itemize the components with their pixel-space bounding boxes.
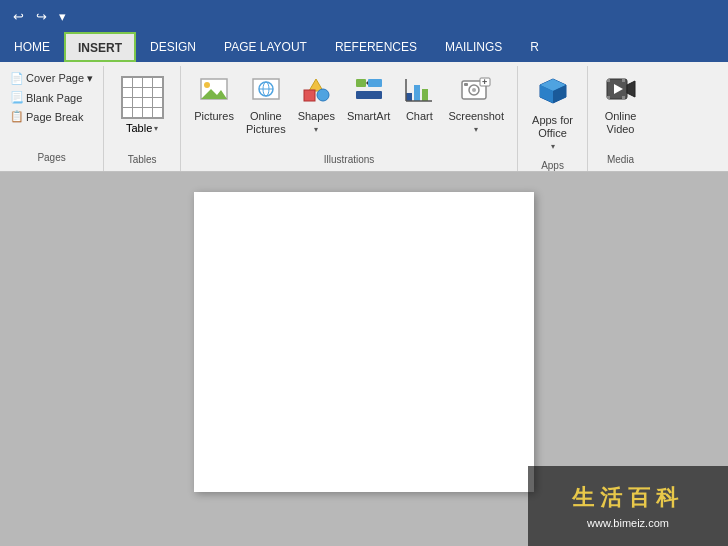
cover-page-button[interactable]: 📄 Cover Page ▾	[6, 70, 97, 87]
screenshot-button[interactable]: + Screenshot ▾	[443, 72, 509, 137]
pictures-label: Pictures	[194, 110, 234, 123]
ribbon-body: 📄 Cover Page ▾ 📃 Blank Page 📋 Page Break…	[0, 62, 728, 172]
screenshot-icon: +	[460, 75, 492, 108]
screenshot-label: Screenshot	[448, 110, 504, 123]
chart-button[interactable]: Chart	[397, 72, 441, 126]
table-button[interactable]: Table ▾	[112, 72, 172, 138]
tables-group: Table ▾ Tables	[104, 66, 181, 171]
illustrations-group-label: Illustrations	[187, 152, 511, 169]
smartart-label: SmartArt	[347, 110, 390, 123]
svg-rect-22	[464, 83, 468, 86]
undo-button[interactable]: ↩	[8, 7, 29, 26]
media-group: OnlineVideo Media	[588, 66, 653, 171]
watermark-text: 生活百科	[572, 483, 684, 513]
online-pictures-label: OnlinePictures	[246, 110, 286, 136]
apps-group-content: Apps forOffice ▾	[524, 68, 581, 158]
svg-rect-16	[422, 89, 428, 101]
media-group-label: Media	[594, 152, 647, 169]
pages-group-label: Pages	[6, 150, 97, 167]
svg-rect-32	[607, 79, 610, 82]
quick-access-toolbar: ↩ ↪ ▾	[0, 0, 728, 32]
blank-page-button[interactable]: 📃 Blank Page	[6, 89, 97, 106]
tables-group-content: Table ▾	[110, 68, 174, 152]
apps-for-office-label: Apps forOffice	[532, 114, 573, 140]
document-area: 生活百科 www.bimeiz.com	[0, 172, 728, 546]
screenshot-dropdown-arrow: ▾	[474, 125, 478, 134]
illustrations-group: Pictures OnlinePictures	[181, 66, 518, 171]
svg-rect-33	[607, 96, 610, 99]
svg-rect-14	[406, 93, 412, 101]
apps-for-office-button[interactable]: Apps forOffice ▾	[527, 72, 578, 154]
chart-label: Chart	[406, 110, 433, 123]
svg-marker-30	[627, 81, 635, 97]
illustrations-group-content: Pictures OnlinePictures	[187, 68, 511, 152]
customize-quick-access-button[interactable]: ▾	[54, 7, 71, 26]
apps-for-office-dropdown: ▾	[551, 142, 555, 151]
svg-point-21	[472, 88, 476, 92]
svg-point-9	[317, 89, 329, 101]
online-pictures-icon	[251, 75, 281, 108]
shapes-label: Shapes	[298, 110, 335, 123]
svg-rect-12	[356, 91, 382, 99]
shapes-dropdown-arrow: ▾	[314, 125, 318, 134]
tab-insert[interactable]: INSERT	[64, 32, 136, 62]
pages-group: 📄 Cover Page ▾ 📃 Blank Page 📋 Page Break…	[0, 66, 104, 171]
svg-rect-35	[622, 96, 625, 99]
svg-marker-13	[366, 81, 368, 85]
tables-group-label: Tables	[110, 152, 174, 169]
online-video-icon	[605, 75, 637, 108]
tab-page-layout[interactable]: PAGE LAYOUT	[210, 32, 321, 62]
tab-home[interactable]: HOME	[0, 32, 64, 62]
tab-mailings[interactable]: MAILINGS	[431, 32, 516, 62]
ribbon-tab-bar: HOME INSERT DESIGN PAGE LAYOUT REFERENCE…	[0, 32, 728, 62]
document-page	[194, 192, 534, 492]
blank-page-icon: 📃	[10, 91, 24, 104]
tab-review[interactable]: R	[516, 32, 553, 62]
svg-rect-15	[414, 85, 420, 101]
pictures-icon	[199, 75, 229, 108]
chart-icon	[404, 75, 434, 108]
shapes-icon	[301, 75, 331, 108]
pages-group-content: 📄 Cover Page ▾ 📃 Blank Page 📋 Page Break	[6, 70, 97, 150]
tab-design[interactable]: DESIGN	[136, 32, 210, 62]
tab-references[interactable]: REFERENCES	[321, 32, 431, 62]
apps-for-office-icon	[536, 75, 570, 112]
watermark-url: www.bimeiz.com	[587, 517, 669, 529]
online-pictures-button[interactable]: OnlinePictures	[241, 72, 291, 139]
shapes-button[interactable]: Shapes ▾	[293, 72, 340, 137]
table-grid-icon	[121, 76, 164, 119]
svg-rect-11	[368, 79, 382, 87]
svg-rect-8	[304, 90, 315, 101]
svg-rect-34	[622, 79, 625, 82]
online-video-button[interactable]: OnlineVideo	[599, 72, 643, 139]
pictures-button[interactable]: Pictures	[189, 72, 239, 126]
smartart-icon	[354, 75, 384, 108]
table-button-label: Table ▾	[126, 122, 158, 134]
smartart-button[interactable]: SmartArt	[342, 72, 395, 126]
online-video-label: OnlineVideo	[605, 110, 637, 136]
page-break-button[interactable]: 📋 Page Break	[6, 108, 97, 125]
svg-rect-10	[356, 79, 366, 87]
app-window: ↩ ↪ ▾ HOME INSERT DESIGN PAGE LAYOUT REF…	[0, 0, 728, 546]
cover-page-icon: 📄	[10, 72, 24, 85]
redo-button[interactable]: ↪	[31, 7, 52, 26]
media-group-content: OnlineVideo	[594, 68, 647, 152]
svg-text:+: +	[482, 77, 487, 87]
apps-group: Apps forOffice ▾ Apps	[518, 66, 588, 171]
watermark-overlay: 生活百科 www.bimeiz.com	[528, 466, 728, 546]
svg-point-1	[204, 82, 210, 88]
page-break-icon: 📋	[10, 110, 24, 123]
